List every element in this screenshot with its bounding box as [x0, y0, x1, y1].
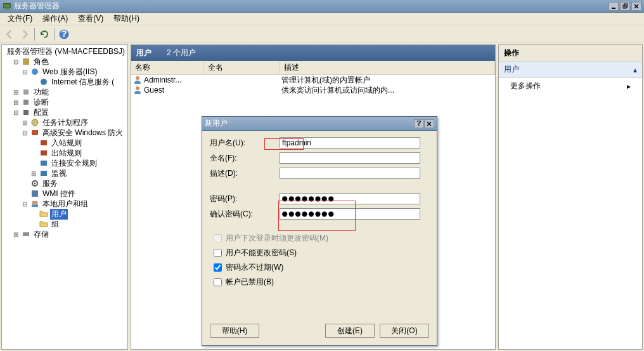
expand-icon[interactable]: ⊞: [12, 99, 20, 106]
password-label: 密码(P):: [210, 194, 280, 204]
back-button: [3, 27, 16, 41]
tree-inbound[interactable]: 入站规则: [30, 138, 126, 148]
tree-monitor[interactable]: ⊞ 监视: [30, 168, 126, 178]
collapse-icon[interactable]: ⊟: [21, 201, 29, 208]
svg-point-30: [136, 86, 139, 90]
svg-point-11: [32, 69, 38, 75]
window-title: 服务器管理器: [14, 1, 609, 11]
iis-mgr-icon: [39, 77, 49, 86]
tree-storage[interactable]: ⊞ 存储: [12, 229, 126, 239]
svg-text:?: ?: [61, 28, 67, 39]
expand-icon[interactable]: ⊞: [12, 89, 20, 96]
description-input[interactable]: [280, 168, 420, 179]
tree-root[interactable]: 服务器管理器 (VM-MACFEEDBSJ): [3, 46, 126, 56]
never-expire-checkbox-row[interactable]: 密码永不过期(W): [210, 262, 429, 274]
must-change-checkbox: [214, 234, 222, 242]
tree-scheduler[interactable]: ⊞ 任务计划程序: [21, 117, 126, 128]
svg-rect-13: [23, 89, 29, 95]
help-button[interactable]: 帮助(H): [210, 324, 259, 338]
svg-rect-15: [23, 110, 29, 115]
dialog-titlebar[interactable]: 新用户 ?: [202, 117, 437, 131]
user-icon: [132, 86, 143, 95]
dialog-title: 新用户: [205, 118, 414, 129]
expand-icon[interactable]: ⊞: [21, 119, 29, 126]
tree-outbound[interactable]: 出站规则: [30, 148, 126, 158]
dialog-close-button[interactable]: [424, 119, 434, 128]
account-disabled-checkbox[interactable]: [214, 278, 222, 286]
tree-local-users[interactable]: ⊟ 本地用户和组: [21, 199, 126, 209]
description-label: 描述(D):: [210, 168, 280, 179]
tree-conn-sec[interactable]: 连接安全规则: [30, 158, 126, 168]
window-titlebar: 服务器管理器: [0, 0, 644, 13]
user-row[interactable]: Guest 供来宾访问计算机或访问域的内...: [131, 85, 495, 95]
menu-view[interactable]: 查看(V): [73, 12, 108, 25]
inbound-icon: [39, 138, 49, 147]
never-expire-checkbox[interactable]: [214, 263, 222, 272]
actions-more[interactable]: 更多操作 ▸: [499, 78, 642, 94]
svg-rect-1: [5, 8, 10, 10]
close-button[interactable]: 关闭(O): [380, 324, 429, 338]
cannot-change-checkbox[interactable]: [214, 249, 222, 257]
collapse-icon[interactable]: ▴: [633, 65, 637, 74]
tree-wmi[interactable]: WMI 控件: [21, 189, 126, 199]
menu-action[interactable]: 操作(A): [37, 12, 73, 25]
col-fullname[interactable]: 全名: [204, 61, 280, 74]
tree-groups[interactable]: 组: [30, 219, 126, 229]
folder-icon: [39, 209, 49, 218]
tree-web-server[interactable]: ⊟ Web 服务器(IIS): [21, 67, 126, 77]
svg-rect-19: [41, 150, 47, 156]
collapse-icon[interactable]: ⊟: [12, 109, 20, 116]
tree-diagnose[interactable]: ⊞ 诊断: [12, 97, 126, 107]
iis-icon: [30, 67, 40, 76]
user-row[interactable]: Administr... 管理计算机(域)的内置帐户: [131, 75, 495, 85]
wmi-icon: [30, 189, 40, 198]
firewall-icon: [30, 128, 40, 137]
close-button[interactable]: [631, 2, 641, 11]
svg-rect-18: [41, 140, 47, 145]
minimize-button[interactable]: [609, 2, 619, 11]
svg-text:?: ?: [416, 121, 421, 127]
fullname-input[interactable]: [280, 152, 420, 164]
actions-subtitle[interactable]: 用户 ▴: [499, 62, 642, 78]
svg-rect-28: [23, 232, 29, 236]
collapse-icon[interactable]: ⊟: [21, 129, 29, 136]
expand-icon[interactable]: ⊞: [30, 170, 37, 177]
collapse-icon[interactable]: ⊟: [21, 69, 29, 76]
conn-sec-icon: [39, 159, 49, 168]
tree-service[interactable]: 服务: [21, 178, 126, 189]
cannot-change-checkbox-row[interactable]: 用户不能更改密码(S): [210, 247, 429, 259]
svg-rect-0: [4, 3, 11, 8]
username-input[interactable]: [280, 137, 420, 149]
expand-icon[interactable]: ⊞: [12, 231, 20, 238]
tree-config[interactable]: ⊟ 配置: [12, 107, 126, 117]
tree-function[interactable]: ⊞ 功能: [12, 87, 126, 97]
tree-roles[interactable]: ⊟ 角色: [12, 56, 126, 67]
confirm-password-label: 确认密码(C):: [210, 209, 280, 220]
menu-file[interactable]: 文件(F): [3, 12, 37, 25]
restore-button[interactable]: [620, 2, 630, 11]
refresh-button[interactable]: [37, 27, 51, 41]
new-user-dialog: 新用户 ? 用户名(U): 全名(F): 描述(D): 密码(P): ●●●●●…: [202, 116, 437, 346]
server-manager-icon: [3, 2, 11, 11]
collapse-icon[interactable]: ⊟: [12, 58, 20, 65]
features-icon: [21, 88, 31, 96]
col-description[interactable]: 描述: [280, 61, 495, 74]
svg-point-12: [41, 79, 47, 85]
toolbar: ?: [0, 25, 644, 43]
tree-users[interactable]: 用户: [30, 209, 126, 219]
local-users-icon: [30, 199, 40, 208]
password-input[interactable]: ●●●●●●●●: [280, 193, 420, 204]
tree-iis[interactable]: Internet 信息服务 (: [30, 77, 126, 87]
menu-help[interactable]: 帮助(H): [108, 12, 145, 25]
help-button[interactable]: ?: [57, 27, 71, 41]
account-disabled-checkbox-row[interactable]: 帐户已禁用(B): [210, 276, 429, 288]
create-button[interactable]: 创建(E): [325, 324, 375, 338]
config-icon: [21, 108, 31, 117]
svg-rect-10: [23, 58, 29, 65]
confirm-password-input[interactable]: ●●●●●●●●: [280, 208, 420, 220]
dialog-help-button[interactable]: ?: [414, 119, 424, 128]
svg-point-26: [35, 201, 38, 204]
col-name[interactable]: 名称: [131, 61, 204, 74]
tree-firewall[interactable]: ⊟ 高级安全 Windows 防火: [21, 128, 126, 138]
center-title: 用户: [136, 48, 151, 58]
